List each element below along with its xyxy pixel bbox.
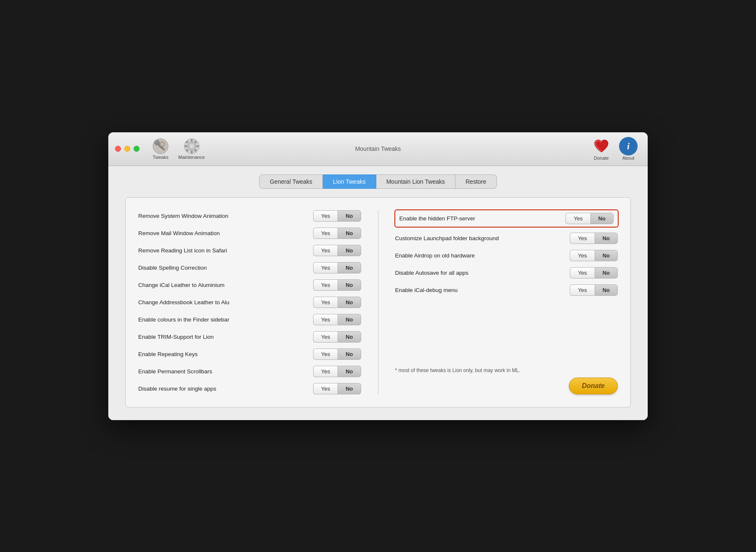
yes-button[interactable]: Yes — [570, 250, 594, 261]
tweak-label: Enable Permanent Scrollbars — [138, 368, 309, 375]
tweak-label: Enable TRIM-Support for Lion — [138, 334, 309, 340]
tweak-label: Change Addressbook Leather to Alu — [138, 299, 309, 305]
tab-bar: General Tweaks Lion Tweaks Mountain Lion… — [125, 174, 631, 189]
donate-toolbar-item[interactable]: Donate — [589, 135, 614, 162]
tweak-label: Disable Spelling Correction — [138, 265, 309, 271]
tweak-label: Customize Launchpad folder background — [395, 235, 566, 241]
tweak-label: Enable iCal-debug menu — [395, 287, 566, 293]
yes-button[interactable]: Yes — [313, 297, 338, 308]
btn-group: Yes No — [313, 228, 361, 239]
tweak-row: Remove System Window Animation Yes No — [138, 210, 361, 222]
tweak-row: Change Addressbook Leather to Alu Yes No — [138, 297, 361, 308]
no-button[interactable]: No — [338, 245, 361, 256]
no-button[interactable]: No — [338, 228, 361, 239]
yes-button[interactable]: Yes — [570, 284, 594, 296]
tweak-row: Enable Permanent Scrollbars Yes No — [138, 366, 361, 377]
btn-group: Yes No — [313, 210, 361, 222]
no-button[interactable]: No — [338, 210, 361, 222]
btn-group: Yes No — [313, 262, 361, 273]
no-button[interactable]: No — [338, 366, 361, 377]
vertical-divider — [378, 210, 378, 394]
maintenance-toolbar-item[interactable]: Maintenance — [175, 136, 208, 161]
no-button[interactable]: No — [595, 284, 618, 296]
tweak-row: Change iCal Leather to Aluminium Yes No — [138, 279, 361, 291]
no-button[interactable]: No — [338, 297, 361, 308]
tweak-row: Disable resume for single apps Yes No — [138, 383, 361, 394]
remove-reading-list-label: Remove Reading List icon in Safari — [138, 247, 309, 254]
maintenance-label: Maintenance — [178, 155, 205, 160]
svg-rect-10 — [196, 145, 199, 147]
btn-group: Yes No — [313, 331, 361, 343]
no-button[interactable]: No — [338, 331, 361, 343]
no-button[interactable]: No — [595, 250, 618, 261]
yes-button[interactable]: Yes — [313, 348, 338, 360]
svg-point-5 — [161, 143, 164, 145]
tweak-row: Enable TRIM-Support for Lion Yes No — [138, 331, 361, 343]
tweak-label: Enable colours in the Finder sidebar — [138, 316, 309, 323]
no-button[interactable]: No — [338, 262, 361, 273]
right-bottom: * most of these tweaks is Lion only, but… — [395, 351, 618, 394]
minimize-button[interactable] — [124, 146, 130, 152]
highlighted-tweak-row: Enable the hidden FTP-server Yes No — [394, 209, 619, 228]
tab-mountain-lion[interactable]: Mountain Lion Tweaks — [376, 174, 456, 189]
tab-lion[interactable]: Lion Tweaks — [323, 174, 376, 189]
svg-rect-8 — [191, 151, 193, 153]
yes-button[interactable]: Yes — [313, 228, 338, 239]
btn-group: Yes No — [570, 267, 618, 279]
btn-group: Yes No — [570, 284, 618, 296]
tweak-label: Remove Mail Window Animation — [138, 230, 309, 236]
tweak-label: Remove System Window Animation — [138, 213, 309, 219]
btn-group: Yes No — [313, 245, 361, 256]
tweaks-label: Tweaks — [153, 155, 168, 160]
toolbar: Tweaks — [148, 136, 208, 161]
content-area: General Tweaks Lion Tweaks Mountain Lion… — [108, 166, 648, 420]
tweak-row: Disable Spelling Correction Yes No — [138, 262, 361, 273]
yes-button[interactable]: Yes — [313, 331, 338, 343]
yes-button[interactable]: Yes — [313, 383, 338, 394]
svg-rect-9 — [185, 145, 187, 147]
tweaks-toolbar-item[interactable]: Tweaks — [148, 136, 173, 161]
yes-button[interactable]: Yes — [313, 245, 338, 256]
footnote: * most of these tweaks is Lion only, but… — [395, 359, 618, 373]
tweak-row: Enable colours in the Finder sidebar Yes… — [138, 314, 361, 325]
yes-button[interactable]: Yes — [313, 314, 338, 325]
tweak-row: Remove Reading List icon in Safari Yes N… — [138, 245, 361, 256]
svg-point-16 — [190, 144, 194, 148]
yes-button[interactable]: Yes — [570, 233, 594, 244]
no-button[interactable]: No — [338, 383, 361, 394]
no-button[interactable]: No — [590, 213, 614, 224]
tweak-row: Enable iCal-debug menu Yes No — [395, 284, 618, 296]
tab-restore[interactable]: Restore — [456, 174, 497, 189]
no-button[interactable]: No — [338, 314, 361, 325]
yes-button[interactable]: Yes — [570, 267, 594, 279]
app-window: Tweaks — [108, 132, 648, 420]
ftp-server-label: Enable the hidden FTP-server — [399, 215, 562, 222]
no-button[interactable]: No — [338, 279, 361, 291]
tweak-row: Enable Repeating Keys Yes No — [138, 348, 361, 360]
yes-button[interactable]: Yes — [313, 262, 338, 273]
maximize-button[interactable] — [134, 146, 139, 152]
yes-button[interactable]: Yes — [313, 279, 338, 291]
yes-button[interactable]: Yes — [313, 366, 338, 377]
no-button[interactable]: No — [595, 233, 618, 244]
about-toolbar-item[interactable]: i About — [616, 135, 641, 162]
toolbar-right: Donate i About — [589, 135, 641, 162]
main-panel: Remove System Window Animation Yes No Re… — [125, 197, 631, 407]
btn-group: Yes No — [566, 213, 614, 224]
no-button[interactable]: No — [595, 267, 618, 279]
tweak-label: Enable Airdrop on old hardware — [395, 252, 566, 259]
tweaks-icon — [152, 138, 169, 155]
yes-button[interactable]: Yes — [313, 210, 338, 222]
tab-general[interactable]: General Tweaks — [259, 174, 323, 189]
btn-group: Yes No — [313, 366, 361, 377]
no-button[interactable]: No — [338, 348, 361, 360]
tweak-label: Disable Autosave for all apps — [395, 270, 566, 276]
heart-icon — [592, 137, 611, 155]
yes-button[interactable]: Yes — [566, 213, 590, 224]
btn-group: Yes No — [570, 250, 618, 261]
donate-button[interactable]: Donate — [569, 378, 618, 394]
donate-toolbar-label: Donate — [594, 155, 609, 161]
tweak-row: Customize Launchpad folder background Ye… — [395, 233, 618, 244]
maintenance-icon — [183, 138, 200, 155]
close-button[interactable] — [115, 146, 121, 152]
